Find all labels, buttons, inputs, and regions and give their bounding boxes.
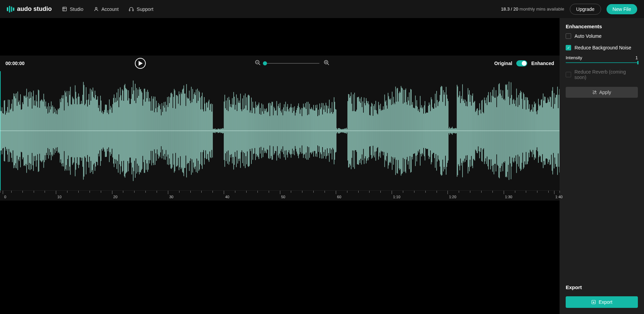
editor-top-spacer <box>0 18 560 56</box>
auto-volume-label: Auto Volume <box>575 33 601 39</box>
apply-button[interactable]: Apply <box>566 87 638 98</box>
svg-rect-2 <box>129 10 130 11</box>
time-ruler[interactable]: 01020304050601:101:201:301:40 <box>0 190 560 201</box>
enhancements-title: Enhancements <box>560 18 644 33</box>
auto-volume-row[interactable]: Auto Volume <box>566 33 638 39</box>
upgrade-button[interactable]: Upgrade <box>570 4 601 15</box>
enhance-switch[interactable] <box>516 60 527 66</box>
reduce-reverb-checkbox <box>566 72 571 77</box>
usage-used: 18.3 <box>501 6 509 12</box>
reduce-noise-label: Reduce Background Noise <box>575 45 631 50</box>
svg-point-1 <box>95 7 97 9</box>
editor-pane: 00:00:00 Original Enhanced <box>0 18 560 314</box>
intensity-label: Intensity <box>566 55 582 60</box>
play-icon <box>139 61 143 66</box>
enhanced-label: Enhanced <box>531 61 554 66</box>
reduce-noise-row[interactable]: Reduce Background Noise <box>566 45 638 50</box>
timecode: 00:00:00 <box>5 61 33 66</box>
waveform <box>0 71 560 190</box>
zoom-in-icon <box>324 60 330 66</box>
zoom-out-button[interactable] <box>255 60 261 67</box>
new-file-button[interactable]: New File <box>607 4 637 14</box>
zoom-slider[interactable] <box>265 63 319 64</box>
logo-bars-icon <box>7 6 14 13</box>
app-header: audo studio Studio Account Support 18.3 … <box>0 0 644 18</box>
headphones-icon <box>129 6 134 12</box>
intensity-control: Intensity 1 <box>566 57 638 63</box>
main-nav: Studio Account Support <box>62 6 153 12</box>
auto-volume-checkbox[interactable] <box>566 33 571 39</box>
export-button[interactable]: Export <box>566 296 638 308</box>
header-right: 18.3 / 20 monthly mins available Upgrade… <box>501 4 637 15</box>
nav-studio-label: Studio <box>70 6 83 12</box>
wand-icon <box>592 90 597 95</box>
svg-rect-0 <box>63 7 66 11</box>
user-icon <box>94 6 99 12</box>
reduce-noise-checkbox[interactable] <box>566 45 571 50</box>
nav-support[interactable]: Support <box>129 6 153 12</box>
sidebar: Enhancements Auto Volume Reduce Backgrou… <box>560 18 644 314</box>
export-icon <box>591 300 596 304</box>
nav-studio[interactable]: Studio <box>62 6 83 12</box>
grid-icon <box>62 6 67 12</box>
export-title: Export <box>560 280 644 295</box>
zoom-in-button[interactable] <box>324 60 330 67</box>
zoom-slider-thumb[interactable] <box>263 61 267 65</box>
nav-account-label: Account <box>101 6 119 12</box>
zoom-out-icon <box>255 60 261 66</box>
nav-support-label: Support <box>137 6 153 12</box>
content: 00:00:00 Original Enhanced <box>0 18 644 314</box>
reduce-reverb-label: Reduce Reverb (coming soon) <box>575 69 638 80</box>
export-label: Export <box>599 299 612 305</box>
original-enhanced-toggle: Original Enhanced <box>494 60 554 66</box>
usage-total: 20 <box>513 6 518 12</box>
intensity-value: 1 <box>635 55 638 60</box>
svg-rect-3 <box>133 10 134 11</box>
usage-meter: 18.3 / 20 monthly mins available <box>501 6 564 12</box>
editor-bottom-spacer <box>0 201 560 314</box>
intensity-slider[interactable] <box>566 62 638 63</box>
player-controls: 00:00:00 Original Enhanced <box>0 56 560 71</box>
original-label: Original <box>494 61 512 66</box>
usage-label: monthly mins available <box>518 6 564 12</box>
apply-label: Apply <box>599 90 611 95</box>
waveform-area[interactable] <box>0 71 560 190</box>
zoom-controls <box>255 60 330 67</box>
brand-logo[interactable]: audo studio <box>7 5 52 13</box>
reduce-reverb-row: Reduce Reverb (coming soon) <box>566 69 638 80</box>
enhancements-body: Auto Volume Reduce Background Noise Inte… <box>560 33 644 80</box>
play-button[interactable] <box>135 58 146 69</box>
nav-account[interactable]: Account <box>94 6 119 12</box>
brand-name: audo studio <box>17 5 52 13</box>
